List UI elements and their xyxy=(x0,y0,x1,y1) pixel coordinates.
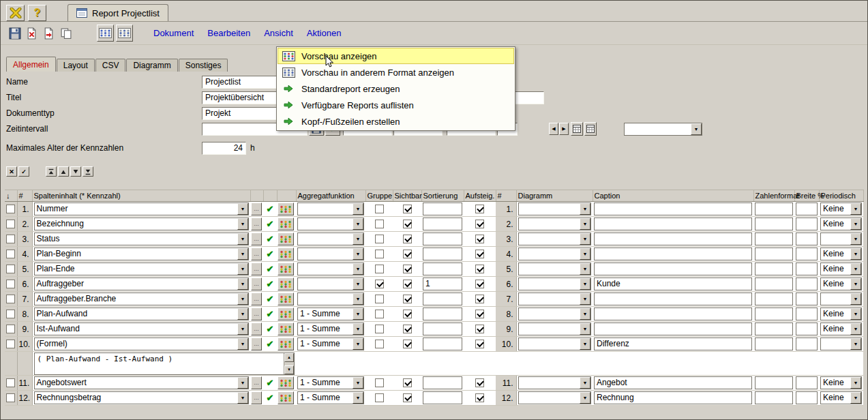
menu-item-reports-auflisten[interactable]: Verfügbare Reports auflisten xyxy=(278,97,514,113)
sortierung-input[interactable] xyxy=(423,292,462,305)
sichtbar-checkbox[interactable] xyxy=(403,265,412,273)
dropdown-arrow-icon[interactable]: ▼ xyxy=(580,248,590,260)
dropdown-arrow-icon[interactable]: ▼ xyxy=(237,338,248,350)
dropdown-arrow-icon[interactable]: ▼ xyxy=(237,233,248,245)
ellipsis-button[interactable]: ... xyxy=(251,322,262,335)
zahlenformat-input[interactable] xyxy=(755,322,793,335)
periodisch-select[interactable]: Keine ▼ xyxy=(820,202,862,215)
dropdown-arrow-icon[interactable]: ▼ xyxy=(850,203,861,215)
tab-diagramm[interactable]: Diagramm xyxy=(126,59,177,72)
dropdown-arrow-icon[interactable]: ▼ xyxy=(237,392,248,404)
periodisch-select[interactable]: Keine ▼ xyxy=(820,308,862,320)
color-grid-button[interactable] xyxy=(278,322,294,335)
menu-dokument[interactable]: Dokument xyxy=(153,28,194,38)
gruppe-checkbox[interactable] xyxy=(375,310,384,318)
formula-scrollbar[interactable]: ▲ ▼ xyxy=(284,353,294,374)
dropdown-arrow-icon[interactable]: ▼ xyxy=(850,218,861,230)
color-grid-button[interactable] xyxy=(278,247,294,260)
breite-input[interactable] xyxy=(796,202,818,215)
diagramm-select[interactable]: ▼ xyxy=(518,202,592,215)
confirm-row-button[interactable]: ✓ xyxy=(18,166,29,177)
column-content-select[interactable]: Auftraggeber.Branche ▼ xyxy=(34,292,250,305)
dropdown-arrow-icon[interactable]: ▼ xyxy=(353,233,363,245)
column-content-select[interactable]: Rechnungsbetrag ▼ xyxy=(34,391,250,404)
zeitintervall-preset-select[interactable]: ▼ xyxy=(624,123,702,136)
sortierung-input[interactable] xyxy=(423,308,462,320)
diagramm-select[interactable]: ▼ xyxy=(518,262,592,275)
sichtbar-checkbox[interactable] xyxy=(403,205,412,213)
dropdown-arrow-icon[interactable]: ▼ xyxy=(353,203,363,215)
caption-input[interactable] xyxy=(594,217,752,230)
dropdown-arrow-icon[interactable]: ▼ xyxy=(353,392,363,404)
dropdown-arrow-icon[interactable]: ▼ xyxy=(353,248,363,260)
breite-input[interactable] xyxy=(796,292,818,305)
breite-input[interactable] xyxy=(796,232,818,245)
gruppe-checkbox[interactable] xyxy=(375,295,384,303)
caption-input[interactable]: Rechnung xyxy=(594,391,752,404)
dropdown-arrow-icon[interactable]: ▼ xyxy=(237,377,248,389)
delete-row-button[interactable]: ✕ xyxy=(6,166,17,177)
row-select-checkbox[interactable] xyxy=(6,220,15,228)
dropdown-arrow-icon[interactable]: ▼ xyxy=(850,392,861,404)
diagramm-select[interactable]: ▼ xyxy=(518,322,592,335)
column-content-select[interactable]: Status ▼ xyxy=(34,232,250,245)
aufsteig-checkbox[interactable] xyxy=(475,325,484,333)
ellipsis-button[interactable]: ... xyxy=(251,217,262,230)
sortierung-input[interactable] xyxy=(423,247,462,260)
row-select-checkbox[interactable] xyxy=(6,340,15,348)
periodisch-select[interactable]: ▼ xyxy=(820,338,862,350)
column-content-select[interactable]: Nummer ▼ xyxy=(34,202,250,215)
sortierung-input[interactable] xyxy=(423,232,462,245)
diagramm-select[interactable]: ▼ xyxy=(518,338,592,350)
aggregat-select[interactable]: 1 - Summe ▼ xyxy=(297,338,364,350)
diagramm-select[interactable]: ▼ xyxy=(518,308,592,320)
gruppe-checkbox[interactable] xyxy=(375,325,384,333)
dropdown-arrow-icon[interactable]: ▼ xyxy=(237,293,248,305)
column-content-select[interactable]: Ist-Aufwand ▼ xyxy=(34,322,250,335)
copy-button[interactable] xyxy=(57,25,74,42)
scroll-up-icon[interactable]: ▲ xyxy=(284,353,294,362)
breite-input[interactable] xyxy=(796,247,818,260)
color-grid-button[interactable] xyxy=(278,262,294,275)
move-down-button[interactable] xyxy=(70,166,81,177)
dropdown-arrow-icon[interactable]: ▼ xyxy=(237,323,248,335)
aggregat-select[interactable]: 1 - Summe ▼ xyxy=(297,376,364,389)
document-tab[interactable]: Report Projectlist xyxy=(68,4,168,21)
diagramm-select[interactable]: ▼ xyxy=(518,292,592,305)
zahlenformat-input[interactable] xyxy=(755,278,793,290)
dropdown-arrow-icon[interactable]: ▼ xyxy=(580,278,590,290)
sichtbar-checkbox[interactable] xyxy=(403,310,412,318)
column-content-select[interactable]: Plan-Aufwand ▼ xyxy=(34,308,250,320)
diagramm-select[interactable]: ▼ xyxy=(518,247,592,260)
aggregat-select[interactable]: 1 - Summe ▼ xyxy=(297,391,364,404)
aggregat-select[interactable]: ▼ xyxy=(297,202,364,215)
dropdown-arrow-icon[interactable]: ▼ xyxy=(850,233,861,245)
dropdown-arrow-icon[interactable]: ▼ xyxy=(237,308,248,320)
sichtbar-checkbox[interactable] xyxy=(403,340,412,348)
zahlenformat-input[interactable] xyxy=(755,202,793,215)
column-content-select[interactable]: Angebotswert ▼ xyxy=(34,376,250,389)
gruppe-checkbox[interactable] xyxy=(375,235,384,243)
color-grid-button[interactable] xyxy=(278,217,294,230)
ellipsis-button[interactable]: ... xyxy=(251,391,262,404)
calendar-to-button[interactable] xyxy=(584,122,597,136)
gruppe-checkbox[interactable] xyxy=(375,378,384,387)
ellipsis-button[interactable]: ... xyxy=(251,262,262,275)
interval-next-button[interactable]: ▶ xyxy=(559,123,569,135)
sichtbar-checkbox[interactable] xyxy=(403,325,412,333)
zahlenformat-input[interactable] xyxy=(755,232,793,245)
dropdown-arrow-icon[interactable]: ▼ xyxy=(850,278,861,290)
caption-input[interactable] xyxy=(594,292,752,305)
gruppe-checkbox[interactable] xyxy=(375,340,384,348)
menu-item-vorschau-format[interactable]: Vorschau in anderem Format anzeigen xyxy=(278,64,514,80)
zahlenformat-input[interactable] xyxy=(755,247,793,260)
aggregat-select[interactable]: ▼ xyxy=(297,278,364,290)
ellipsis-button[interactable]: ... xyxy=(251,338,262,350)
periodisch-select[interactable]: Keine ▼ xyxy=(820,247,862,260)
sichtbar-checkbox[interactable] xyxy=(403,295,412,303)
sortierung-input[interactable] xyxy=(423,202,462,215)
gruppe-checkbox[interactable] xyxy=(375,393,384,402)
menu-ansicht[interactable]: Ansicht xyxy=(264,28,293,38)
menu-item-vorschau[interactable]: Vorschau anzeigen xyxy=(278,48,514,64)
dropdown-arrow-icon[interactable]: ▼ xyxy=(237,263,248,275)
